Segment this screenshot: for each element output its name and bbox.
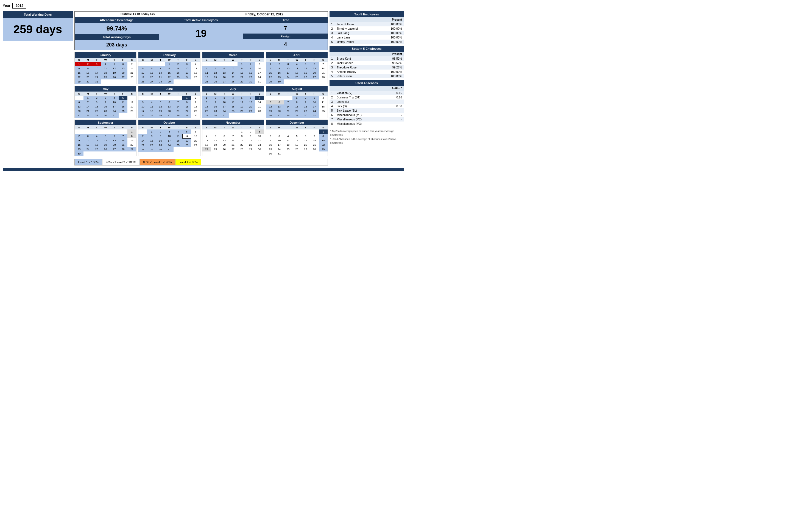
jan-11: 11: [101, 66, 110, 71]
note-1: * Top/bottom employees excluded this yea…: [330, 129, 403, 137]
jan-7: 7: [127, 62, 136, 66]
hired-label: Hired: [243, 17, 328, 23]
calendars-grid: January S M T W T F S 1 2 3 4 5 6 7: [74, 52, 328, 156]
attendance-value: 99.74%: [75, 23, 159, 34]
total-working-label2: Total Working Days: [75, 34, 159, 40]
jan-4: 4: [101, 62, 110, 66]
top5-header: Top 5 Employees: [330, 11, 404, 17]
ua-row-1: 1 Vacation (V) 0.16: [330, 91, 404, 95]
col-m: M: [84, 58, 92, 62]
jan-26: 26: [110, 75, 119, 80]
ua-row-5: 5 Sick Leave (SL) -: [330, 108, 404, 113]
calendar-august: August S M T W T F S 1 2 3 4: [266, 86, 328, 118]
legend-l4-label: Level 4: [179, 161, 188, 164]
jan-14: 14: [127, 66, 136, 71]
top5-row-5: 5 Jimmy Parker 100.00%: [330, 40, 404, 44]
resign-label: Resign: [243, 33, 328, 39]
top5-row-1: 1 Jane Sullivan 100.00%: [330, 22, 404, 26]
bottom5-row-1: 1 Bruce Kent 98.52%: [330, 56, 404, 61]
jan-5: 5: [110, 62, 119, 66]
total-working-value2: 203 days: [75, 40, 159, 50]
total-active-label: Total Active Employees: [159, 17, 243, 23]
col-w: W: [101, 58, 110, 62]
june-header: June: [139, 86, 200, 92]
bottom5-subheader: Present: [330, 52, 404, 56]
bottom-bar: [3, 168, 404, 171]
resign-value: 4: [243, 39, 328, 50]
ua-row-7: 7 Miscellaneous (M2) -: [330, 117, 404, 122]
col-sa: S: [127, 58, 136, 62]
september-header: September: [75, 120, 136, 125]
jan-20: 20: [119, 71, 127, 75]
jan-22: 22: [75, 75, 84, 80]
july-header: July: [202, 86, 264, 92]
bottom5-row-5: 5 Peter Olsen 100.00%: [330, 74, 404, 78]
january-header: January: [75, 52, 136, 58]
jan-23: 23: [84, 75, 92, 80]
jan-8: 8: [75, 66, 84, 71]
top5-subheader: Present: [330, 17, 404, 22]
jan-9: 9: [84, 66, 92, 71]
bottom5-row-3: 3 Theodore Rose 99.26%: [330, 65, 404, 70]
jan-31: 31: [92, 80, 101, 84]
jan-28: 28: [127, 75, 136, 80]
legend-l2-label: Level 2: [115, 161, 125, 164]
col-th: T: [110, 58, 119, 62]
total-active-value: 19: [159, 23, 243, 50]
jan-10: 10: [92, 66, 101, 71]
legend-l1: Level 1 = 100%: [75, 159, 102, 165]
top5-row-2: 2 Timothy Lazenbi 100.00%: [330, 26, 404, 31]
jan-24: 24: [92, 75, 101, 80]
note-2: * Used Absences is the average of absenc…: [330, 137, 403, 145]
calendar-april: April S M T W T F S 1 2 3 4 5 6 7: [266, 52, 328, 84]
used-absences-header: Used Absences: [330, 80, 404, 86]
jan-30: 30: [84, 80, 92, 84]
calendar-july: July S M T W T F S 1 2 3 4 5 6 7: [202, 86, 264, 118]
calendar-june: June S M T W T F S 1 2 3: [138, 86, 200, 118]
calendar-february: February S M T W T F S 1 2 3 4: [138, 52, 200, 84]
ua-row-6: 6 Miscellaneous (M1) -: [330, 113, 404, 117]
ua-row-8: 8 Miscellaneous (M3) -: [330, 122, 404, 126]
may-header: May: [75, 86, 136, 92]
jan-27: 27: [119, 75, 127, 80]
jan-6: 6: [119, 62, 127, 66]
bottom5-row-2: 2 Jack Banner 98.52%: [330, 61, 404, 65]
hired-value: 7: [243, 23, 328, 33]
jan-1: 1: [75, 62, 84, 66]
year-label: Year: [3, 3, 10, 8]
calendar-may: May S M T W T F S 1 2 3 4 5: [74, 86, 136, 118]
col-s: S: [75, 58, 84, 62]
november-header: November: [202, 120, 264, 125]
jan-19: 19: [110, 71, 119, 75]
jan-17: 17: [92, 71, 101, 75]
left-panel: Total Working Days 259 days: [3, 11, 73, 166]
legend-l2: 90% < Level 2 < 100%: [102, 159, 140, 165]
jan-18: 18: [101, 71, 110, 75]
stats-title: Statistic As Of Today >>>: [75, 12, 201, 17]
col-f: F: [119, 58, 127, 62]
jan-12: 12: [110, 66, 119, 71]
top5-section: Top 5 Employees Present 1 Jane Sullivan …: [330, 11, 404, 44]
ua-row-3: 3 Leave (L) -: [330, 99, 404, 104]
legend-l3: 80% < Level 3 < 90%: [140, 159, 175, 165]
calendar-october: October S M T W T F S 1 2 3 4 5 6: [138, 120, 200, 156]
legend-l4: Level 4 < 80%: [175, 159, 201, 165]
jan-2: 2: [84, 62, 92, 66]
attendance-label: Attendance Percentage: [75, 17, 159, 23]
calendar-january: January S M T W T F S 1 2 3 4 5 6 7: [74, 52, 136, 84]
april-header: April: [266, 52, 328, 58]
bottom5-row-4: 4 Antonio Bracey 100.00%: [330, 70, 404, 74]
jan-15: 15: [75, 71, 84, 75]
august-header: August: [266, 86, 328, 92]
october-header: October: [139, 120, 200, 125]
col-t: T: [92, 58, 101, 62]
bottom5-section: Bottom 5 Employees Present 1 Bruce Kent …: [330, 46, 404, 78]
ua-subheader: Av/Em *: [330, 86, 404, 91]
stats-date: Friday, October 12, 2012: [201, 12, 328, 17]
total-working-days-value: 259 days: [3, 18, 73, 41]
jan-29: 29: [75, 80, 84, 84]
total-working-days-header: Total Working Days: [3, 11, 73, 18]
center-panel: Statistic As Of Today >>> Friday, Octobe…: [74, 11, 328, 166]
march-header: March: [202, 52, 264, 58]
december-header: December: [266, 120, 328, 125]
